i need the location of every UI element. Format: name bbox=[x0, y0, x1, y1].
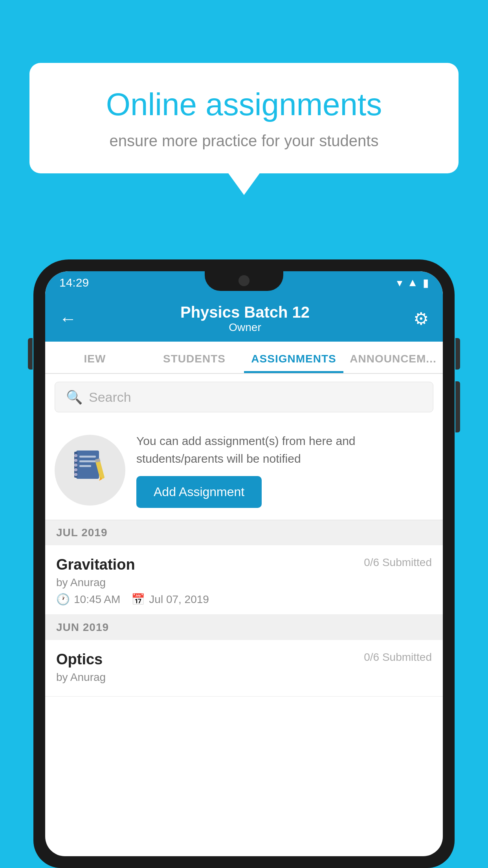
assignment-date: Jul 07, 2019 bbox=[149, 593, 209, 606]
assignment-row-top: Gravitation 0/6 Submitted bbox=[56, 556, 432, 573]
wifi-icon: ▾ bbox=[397, 276, 402, 289]
speech-bubble-container: Online assignments ensure more practice … bbox=[29, 63, 459, 173]
app-header: ← Physics Batch 12 Owner ⚙ bbox=[45, 294, 443, 342]
promo-icon-circle bbox=[55, 435, 125, 506]
svg-rect-3 bbox=[79, 465, 91, 467]
assignment-item-gravitation[interactable]: Gravitation 0/6 Submitted by Anurag 🕐 10… bbox=[45, 545, 443, 615]
svg-rect-0 bbox=[76, 451, 99, 479]
status-time: 14:29 bbox=[59, 276, 89, 289]
search-bar[interactable]: 🔍 Search bbox=[55, 382, 433, 412]
phone-volume-button bbox=[28, 338, 33, 370]
month-section-jul: JUL 2019 bbox=[45, 520, 443, 545]
phone-volume-right-button bbox=[455, 381, 460, 432]
svg-rect-1 bbox=[79, 456, 96, 458]
tab-iew[interactable]: IEW bbox=[45, 342, 145, 373]
speech-bubble: Online assignments ensure more practice … bbox=[29, 63, 459, 173]
phone-outer: 14:29 ▾ ▲ ▮ ← Physics Batch 12 Owner ⚙ bbox=[33, 259, 455, 868]
header-center: Physics Batch 12 Owner bbox=[180, 303, 310, 334]
assignment-author: by Anurag bbox=[56, 576, 432, 589]
add-assignment-button[interactable]: Add Assignment bbox=[136, 476, 262, 508]
assignment-submitted: 0/6 Submitted bbox=[364, 556, 432, 569]
phone-notch bbox=[205, 271, 283, 291]
month-label-jul: JUL 2019 bbox=[56, 526, 107, 539]
assignment-time: 10:45 AM bbox=[74, 593, 120, 606]
status-icons: ▾ ▲ ▮ bbox=[397, 276, 429, 289]
assignment-row-top-optics: Optics 0/6 Submitted bbox=[56, 651, 432, 668]
phone-screen: 14:29 ▾ ▲ ▮ ← Physics Batch 12 Owner ⚙ bbox=[45, 271, 443, 856]
assignment-name-optics: Optics bbox=[56, 651, 103, 668]
search-container: 🔍 Search bbox=[45, 374, 443, 420]
svg-point-7 bbox=[74, 463, 77, 467]
calendar-icon: 📅 bbox=[131, 593, 145, 606]
phone-camera bbox=[238, 275, 250, 286]
header-subtitle: Owner bbox=[180, 321, 310, 334]
assignment-meta: 🕐 10:45 AM 📅 Jul 07, 2019 bbox=[56, 593, 432, 606]
speech-bubble-title: Online assignments bbox=[57, 86, 431, 123]
svg-point-8 bbox=[74, 468, 77, 471]
clock-icon: 🕐 bbox=[56, 593, 70, 606]
tab-announcements[interactable]: ANNOUNCEM... bbox=[343, 342, 443, 373]
header-title: Physics Batch 12 bbox=[180, 303, 310, 321]
assignment-author-optics: by Anurag bbox=[56, 671, 432, 684]
month-section-jun: JUN 2019 bbox=[45, 615, 443, 640]
meta-date: 📅 Jul 07, 2019 bbox=[131, 593, 209, 606]
back-button[interactable]: ← bbox=[59, 309, 77, 329]
month-label-jun: JUN 2019 bbox=[56, 621, 109, 633]
svg-point-6 bbox=[74, 459, 77, 462]
tab-students[interactable]: STUDENTS bbox=[145, 342, 244, 373]
assignment-submitted-optics: 0/6 Submitted bbox=[364, 651, 432, 664]
promo-text: You can add assignment(s) from here and … bbox=[136, 432, 433, 467]
signal-icon: ▲ bbox=[407, 276, 418, 289]
tabs-bar: IEW STUDENTS ASSIGNMENTS ANNOUNCEM... bbox=[45, 342, 443, 374]
svg-point-5 bbox=[74, 454, 77, 457]
search-placeholder: Search bbox=[89, 390, 131, 405]
notebook-icon bbox=[72, 449, 108, 491]
svg-rect-2 bbox=[79, 460, 96, 462]
speech-bubble-subtitle: ensure more practice for your students bbox=[57, 132, 431, 150]
assignment-name: Gravitation bbox=[56, 556, 135, 573]
phone-power-button bbox=[455, 338, 460, 370]
search-icon: 🔍 bbox=[66, 389, 83, 405]
battery-icon: ▮ bbox=[423, 276, 429, 289]
assignment-promo: You can add assignment(s) from here and … bbox=[45, 420, 443, 520]
promo-content: You can add assignment(s) from here and … bbox=[136, 432, 433, 508]
assignment-item-optics[interactable]: Optics 0/6 Submitted by Anurag bbox=[45, 640, 443, 697]
meta-time: 🕐 10:45 AM bbox=[56, 593, 120, 606]
svg-point-9 bbox=[74, 473, 77, 476]
phone-mockup: 14:29 ▾ ▲ ▮ ← Physics Batch 12 Owner ⚙ bbox=[33, 259, 455, 868]
settings-icon[interactable]: ⚙ bbox=[413, 309, 429, 329]
tab-assignments[interactable]: ASSIGNMENTS bbox=[244, 342, 343, 373]
